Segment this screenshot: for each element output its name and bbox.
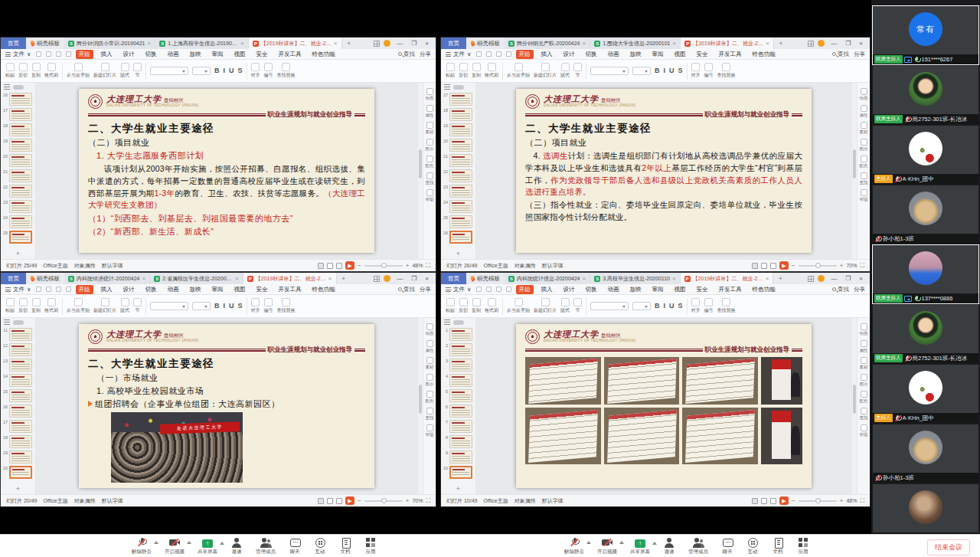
new-slide-button[interactable]: +	[1, 250, 35, 257]
ribbon-button-U[interactable]: U	[669, 67, 675, 75]
minimize-button[interactable]: —	[394, 40, 405, 47]
new-slide-button[interactable]: +	[441, 250, 475, 257]
ribbon-button-版式[interactable]: 版式	[560, 298, 570, 314]
tool-素材[interactable]: 素材	[425, 357, 434, 369]
share-button[interactable]: 分享	[420, 51, 431, 58]
tool-属性[interactable]: 属性	[425, 340, 434, 352]
menu-tab-插入[interactable]: 插入	[538, 285, 556, 294]
new-slide-button[interactable]: +	[441, 485, 475, 493]
slide-thumbnail-1[interactable]: 1	[442, 328, 472, 341]
ribbon-button-B[interactable]: B	[655, 302, 660, 310]
apps-grid-icon[interactable]	[808, 276, 814, 282]
slide-thumbnail-12[interactable]: 12	[2, 343, 32, 356]
home-tab[interactable]: 首页	[441, 273, 466, 284]
close-button[interactable]: ×	[423, 275, 431, 282]
control-apps[interactable]: 应用	[364, 537, 377, 555]
close-tab-icon[interactable]: ×	[235, 275, 239, 282]
ribbon-button-新建幻灯片[interactable]: 新建幻灯片	[534, 298, 557, 314]
quick-access-icon[interactable]	[66, 287, 71, 292]
slideshow-play-button[interactable]: ▶	[345, 261, 354, 270]
tool-查找[interactable]: 查找	[859, 172, 868, 185]
ribbon-button-粘贴[interactable]: 粘贴	[446, 298, 455, 314]
zoom-slider[interactable]	[364, 500, 403, 502]
ribbon-button-剪切[interactable]: 剪切	[459, 298, 468, 314]
quick-access-icon[interactable]	[486, 51, 492, 57]
close-tab-icon[interactable]: ×	[582, 275, 586, 282]
ribbon-button-编号[interactable]: 编号	[264, 298, 273, 314]
ribbon-button-格式刷[interactable]: 格式刷	[485, 63, 498, 79]
status-item[interactable]: 默认字体	[102, 497, 123, 505]
quick-access-icon[interactable]	[56, 287, 61, 292]
zoom-out-button[interactable]: −	[358, 262, 361, 269]
menu-tab-设计[interactable]: 设计	[120, 285, 138, 294]
close-tab-icon[interactable]: ×	[334, 40, 338, 47]
status-item[interactable]: 对象属性	[514, 497, 536, 505]
close-tab-icon[interactable]: ×	[240, 40, 244, 47]
tool-属性[interactable]: 属性	[859, 105, 868, 117]
slide-sorter-icon[interactable]	[761, 263, 767, 269]
ribbon-button-新建幻灯片[interactable]: 新建幻灯片	[93, 298, 116, 314]
slide-thumbnail-21[interactable]: 21	[442, 154, 472, 167]
participant-tile[interactable]: 联席主持人尚2752-301班-长冶冰	[873, 305, 978, 363]
slide-thumbnail-18[interactable]: 18	[2, 123, 32, 136]
zoom-slider[interactable]	[364, 265, 403, 267]
slide-thumbnail-6[interactable]: 6	[442, 405, 472, 418]
template-store-tab[interactable]: 稻壳模板	[26, 273, 64, 284]
menu-tab-设计[interactable]: 设计	[120, 50, 138, 59]
tool-配色[interactable]: 配色	[425, 156, 434, 168]
tool-配色[interactable]: 配色	[425, 391, 434, 403]
ribbon-button-从当前开始[interactable]: 从当前开始	[507, 63, 530, 79]
ribbon-button-粘贴[interactable]: 粘贴	[446, 63, 455, 79]
ribbon-button-B[interactable]: B	[655, 67, 660, 75]
menu-tab-安全[interactable]: 安全	[694, 50, 711, 59]
slide-thumbnail-24[interactable]: 24	[2, 215, 32, 228]
menu-tab-视图[interactable]: 视图	[671, 285, 689, 294]
quick-access-icon[interactable]	[486, 287, 492, 292]
tool-素材[interactable]: 素材	[859, 122, 868, 134]
menu-tab-开发工具[interactable]: 开发工具	[716, 50, 745, 59]
font-size-select[interactable]	[192, 67, 211, 75]
panel-toggle[interactable]	[13, 85, 24, 90]
slide-thumbnail-26[interactable]: 26	[442, 231, 472, 244]
maximize-button[interactable]: ❐	[409, 275, 419, 282]
control-people[interactable]: 管理成员	[256, 537, 276, 555]
outline-view-icon[interactable]	[4, 319, 10, 325]
ribbon-button-粘贴[interactable]: 粘贴	[5, 298, 15, 314]
menu-tab-设计[interactable]: 设计	[560, 50, 578, 59]
document-tab[interactable]: S两分钟消防小常识-20190421×	[64, 38, 155, 49]
quick-access-icon[interactable]	[36, 287, 41, 292]
ribbon-button-版式[interactable]: 版式	[560, 63, 570, 79]
vertical-scrollbar[interactable]	[851, 83, 857, 259]
menu-tab-开发工具[interactable]: 开发工具	[276, 285, 305, 294]
menu-tab-视图[interactable]: 视图	[231, 50, 249, 59]
menu-tab-插入[interactable]: 插入	[98, 285, 116, 294]
slide-thumbnail-19[interactable]: 19	[2, 139, 32, 152]
menu-tab-切换[interactable]: 切换	[583, 50, 600, 59]
scrollbar-thumb[interactable]	[853, 385, 856, 414]
slide-thumbnail-4[interactable]: 4	[442, 374, 472, 387]
control-chat[interactable]: 聊天	[289, 537, 301, 555]
maximize-button[interactable]: ❐	[843, 40, 853, 47]
home-tab[interactable]: 首页	[1, 273, 26, 284]
ribbon-button-U[interactable]: U	[669, 302, 675, 310]
file-menu[interactable]: 文件∨	[446, 51, 472, 58]
ribbon-button-节[interactable]: 节	[133, 63, 142, 79]
menu-tab-安全[interactable]: 安全	[694, 285, 711, 294]
menu-tab-设计[interactable]: 设计	[560, 285, 578, 294]
ribbon-button-B[interactable]: B	[214, 302, 220, 310]
menu-tab-开发工具[interactable]: 开发工具	[716, 285, 745, 294]
ribbon-button-查找替换[interactable]: 查找替换	[717, 63, 736, 79]
minimize-button[interactable]: —	[394, 275, 405, 282]
vertical-scrollbar[interactable]	[417, 83, 423, 259]
menu-tab-动画[interactable]: 动画	[605, 50, 622, 59]
ribbon-button-S[interactable]: S	[238, 67, 243, 75]
menu-tab-特色功能[interactable]: 特色功能	[309, 285, 338, 294]
close-tab-icon[interactable]: ×	[766, 40, 769, 47]
slideshow-play-button[interactable]: ▶	[779, 496, 789, 505]
slide-thumbnail-13[interactable]: 13	[2, 359, 32, 372]
close-button[interactable]: ×	[857, 275, 865, 282]
scrollbar-thumb[interactable]	[419, 149, 422, 179]
template-store-tab[interactable]: 稻壳模板	[26, 38, 64, 49]
ribbon-button-节[interactable]: 节	[573, 63, 582, 79]
zoom-in-button[interactable]: +	[840, 262, 844, 269]
